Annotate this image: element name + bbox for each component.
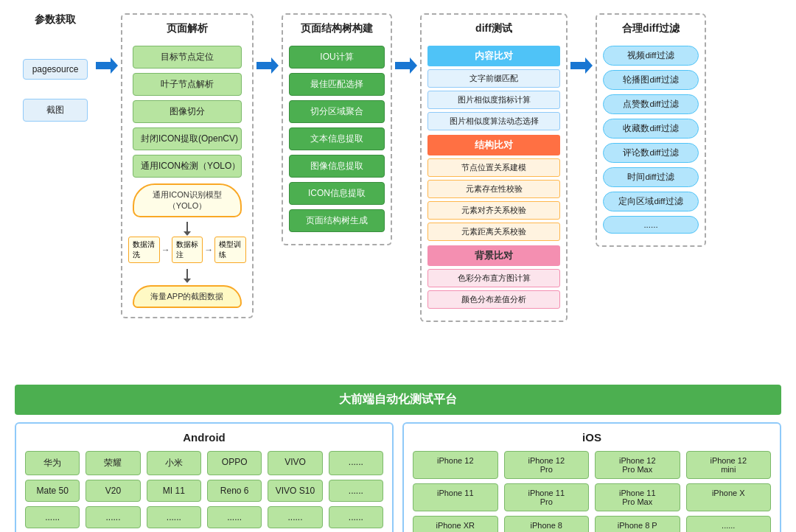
diff-bg-items: 色彩分布直方图计算 颜色分布差值分析: [427, 269, 560, 309]
arrow-down-1: [186, 222, 188, 232]
diff-content-2: 图片相似度算法动态选择: [427, 112, 560, 130]
flow-item-1: 数据标注: [172, 237, 203, 263]
col-filter: 合理diff过滤 视频diff过滤 轮播图diff过滤 点赞数diff过滤 收藏…: [596, 13, 706, 247]
ios-device-grid: iPhone 12 iPhone 12Pro iPhone 12Pro Max …: [413, 451, 771, 532]
input-pagesource: pagesource: [23, 59, 88, 80]
diff-content-items: 文字前缀匹配 图片相似度指标计算 图片相似度算法动态选择: [427, 69, 560, 130]
arrow-down-2: [186, 269, 188, 279]
flow-item-2: 模型训练: [214, 237, 246, 263]
ios-cell-1-3: iPhone X: [686, 483, 772, 511]
ios-cell-0-3: iPhone 12mini: [686, 451, 772, 479]
arrow-3: [395, 13, 417, 74]
android-cell-1-5: ......: [329, 480, 383, 502]
android-box: Android 华为 荣耀 小米 OPPO VIVO ...... Mate 5…: [15, 422, 394, 532]
arrow-1-svg: [96, 57, 118, 74]
ios-title: iOS: [413, 431, 771, 444]
arrow-2-svg: [256, 57, 279, 74]
android-row-0: 华为 荣耀 小米 OPPO VIVO ......: [25, 451, 383, 475]
ios-row-2: iPhone XR iPhone 8 iPhone 8 P ......: [413, 516, 771, 532]
parse-item-2: 图像切分: [133, 100, 242, 123]
col-params: 参数获取 pagesource 截图: [15, 13, 96, 127]
android-cell-0-3: OPPO: [207, 451, 262, 475]
diff-bg-0: 色彩分布直方图计算: [427, 269, 560, 287]
col1-title: 参数获取: [35, 13, 76, 27]
diff-struct-items: 节点位置关系建模 元素存在性校验 元素对齐关系校验 元素距离关系校验: [427, 158, 560, 241]
ios-cell-2-2: iPhone 8 P: [595, 516, 680, 532]
ios-cell-2-3: ......: [686, 516, 772, 532]
flow-arrow-0: →: [161, 245, 170, 255]
parse-item-5: 通用ICON识别模型（YOLO）: [133, 183, 242, 217]
filter-3: 收藏数diff过滤: [603, 119, 699, 139]
ios-cell-1-0: iPhone 11: [413, 483, 498, 511]
svg-marker-2: [395, 57, 417, 74]
diff-content-header: 内容比对: [427, 46, 560, 66]
input-screenshot: 截图: [23, 99, 88, 122]
android-cell-1-0: Mate 50: [25, 480, 80, 502]
tree-item-4: 图像信息提取: [289, 155, 385, 178]
android-cell-2-1: ......: [85, 506, 140, 528]
filter-0: 视频diff过滤: [603, 46, 699, 66]
ios-row-1: iPhone 11 iPhone 11Pro iPhone 11Pro Max …: [413, 483, 771, 511]
android-cell-0-0: 华为: [25, 451, 80, 475]
main-container: 参数获取 pagesource 截图 页面解析 目标节点定位 叶子节点解析 图像…: [0, 0, 796, 532]
android-cell-0-4: VIVO: [268, 451, 322, 475]
android-cell-1-3: Reno 6: [207, 480, 262, 502]
platform-section: 大前端自动化测试平台 Android 华为 荣耀 小米 OPPO VIVO ..…: [15, 385, 781, 532]
android-title: Android: [25, 431, 383, 444]
diff-struct-3: 元素距离关系校验: [427, 223, 560, 241]
android-cell-2-0: ......: [25, 506, 80, 528]
ios-cell-0-1: iPhone 12Pro: [504, 451, 590, 479]
android-cell-0-2: 小米: [147, 451, 201, 475]
android-row-2: ...... ...... ...... ...... ...... .....…: [25, 506, 383, 528]
android-row-1: Mate 50 V20 MI 11 Reno 6 VIVO S10 ......: [25, 480, 383, 502]
android-cell-2-4: ......: [268, 506, 322, 528]
diff-struct-0: 节点位置关系建模: [427, 158, 560, 177]
arrow-3-svg: [395, 57, 417, 74]
tree-item-0: IOU计算: [289, 46, 385, 69]
tree-item-1: 最佳匹配选择: [289, 73, 385, 96]
ios-cell-1-2: iPhone 11Pro Max: [595, 483, 680, 511]
arrow-1: [96, 13, 118, 74]
tree-item-2: 切分区域聚合: [289, 100, 385, 123]
ios-cell-0-0: iPhone 12: [413, 451, 498, 479]
flow-item-0: 数据清洗: [128, 237, 160, 263]
android-device-grid: 华为 荣耀 小米 OPPO VIVO ...... Mate 50 V20 MI…: [25, 451, 383, 528]
col5-title: 合理diff过滤: [622, 22, 680, 35]
col4-title: diff测试: [475, 22, 512, 35]
android-cell-0-1: 荣耀: [85, 451, 140, 475]
arrow-4: [570, 13, 593, 74]
filter-2: 点赞数diff过滤: [603, 94, 699, 114]
svg-marker-0: [96, 57, 118, 74]
platform-grid: Android 华为 荣耀 小米 OPPO VIVO ...... Mate 5…: [15, 422, 781, 532]
filter-6: 定向区域diff过滤: [603, 192, 699, 211]
platform-banner: 大前端自动化测试平台: [15, 385, 781, 415]
diff-struct-header: 结构比对: [427, 135, 560, 155]
android-cell-2-5: ......: [329, 506, 383, 528]
android-cell-1-2: MI 11: [147, 480, 201, 502]
tree-item-3: 文本信息提取: [289, 127, 385, 150]
android-cell-1-1: V20: [85, 480, 140, 502]
filter-5: 时间diff过滤: [603, 167, 699, 187]
parse-item-3: 封闭ICON提取(OpenCV): [133, 127, 242, 150]
diff-bg-header: 背景比对: [427, 245, 560, 266]
android-cell-2-3: ......: [207, 506, 262, 528]
col2-title: 页面解析: [167, 22, 208, 35]
svg-marker-3: [570, 57, 593, 74]
arrow-2: [256, 13, 279, 74]
tree-item-5: ICON信息提取: [289, 182, 385, 205]
parse-item-4: 通用ICON检测（YOLO）: [133, 155, 242, 178]
ios-cell-2-1: iPhone 8: [504, 516, 590, 532]
tree-item-6: 页面结构树生成: [289, 209, 385, 232]
parse-item-0: 目标节点定位: [133, 46, 242, 69]
diff-bg-1: 颜色分布差值分析: [427, 290, 560, 309]
col-diff: diff测试 内容比对 文字前缀匹配 图片相似度指标计算 图片相似度算法动态选择…: [420, 13, 568, 322]
diff-struct-2: 元素对齐关系校验: [427, 201, 560, 220]
ios-cell-0-2: iPhone 12Pro Max: [595, 451, 680, 479]
svg-marker-1: [256, 57, 279, 74]
flow-row: 数据清洗 → 数据标注 → 模型训练: [128, 237, 246, 263]
database-box: 海量APP的截图数据: [133, 285, 242, 308]
ios-box: iOS iPhone 12 iPhone 12Pro iPhone 12Pro …: [402, 422, 781, 532]
diagram-area: 参数获取 pagesource 截图 页面解析 目标节点定位 叶子节点解析 图像…: [15, 13, 781, 374]
arrow-4-svg: [570, 57, 593, 74]
ios-cell-1-1: iPhone 11Pro: [504, 483, 590, 511]
